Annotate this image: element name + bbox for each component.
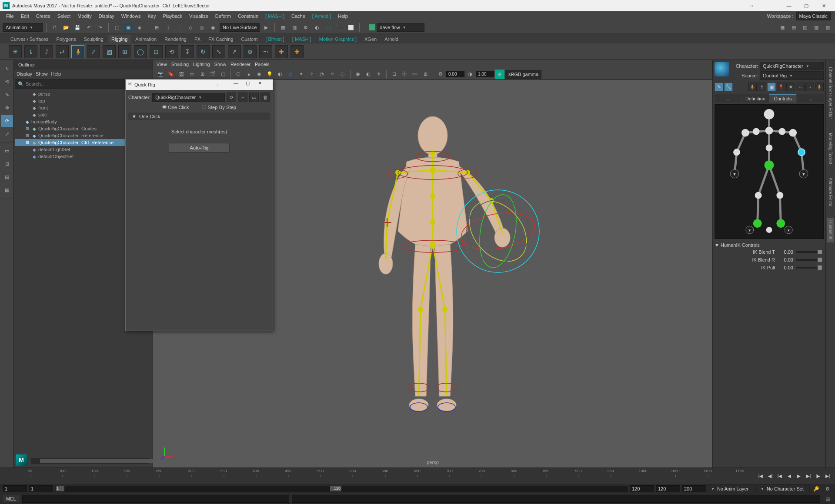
lasso-tool[interactable]: ⟲ [1,76,13,88]
panel-layout4-icon[interactable]: ▦ [1,184,13,196]
slider[interactable] [796,251,822,253]
hik-body-icon[interactable]: † [758,83,766,91]
vp-textured-icon[interactable]: ◉ [254,70,264,79]
shelf-wrap-icon[interactable]: ⟲ [165,45,178,58]
outliner-menu-show[interactable]: Show [36,71,48,76]
hypershade-icon[interactable]: ◐ [312,23,322,32]
vp-add-icon[interactable]: ➕ [400,70,409,79]
shelf-insert-icon[interactable]: ⤴ [40,45,53,58]
shelf-locator-icon[interactable]: ✚ [275,45,288,58]
range-handle-start[interactable]: 1 [56,486,64,491]
new-scene-icon[interactable]: 🗋 [50,23,60,32]
range-start-inner[interactable] [29,485,53,492]
shelf-tab[interactable]: [ Bifrost ] [262,35,287,43]
layout4-icon[interactable]: ▧ [812,23,821,32]
shelf-pconstraint-icon[interactable]: ↧ [181,45,194,58]
vp-colormgmt-icon[interactable]: ◉ [495,70,504,79]
hik-reach-icon[interactable]: ↔ [796,83,805,91]
shelf-tab[interactable]: Arnold [381,35,402,43]
shelf-tab[interactable]: Rigging [108,35,131,43]
layout5-icon[interactable]: ▨ [823,23,832,32]
layout3-icon[interactable]: ▥ [800,23,810,32]
paint-select-tool[interactable]: ✎ [1,89,13,101]
menu-visualize[interactable]: Visualize [186,13,212,20]
hik-fullbody-icon[interactable]: 🧍 [748,83,757,91]
shelf-tab[interactable]: Animation [132,35,160,43]
anim-layer-dropdown[interactable]: ▼ No Anim Layer [708,484,756,493]
vp-menu-show[interactable]: Show [214,62,227,67]
menu-constrain[interactable]: Constrain [234,13,262,20]
redo-icon[interactable]: ↷ [95,23,105,32]
minimize-button[interactable]: — [780,0,798,11]
tab-attribute[interactable]: Attribute Editor [827,175,834,209]
qr-stepbystep-radio[interactable]: Step-By-Step [202,105,236,110]
vp-menu-panels[interactable]: Panels [255,62,270,67]
select-tool[interactable]: ↖ [1,63,13,75]
shelf-tab[interactable]: [ MASH ] [289,35,315,43]
menu-windows[interactable]: Windows [118,13,144,20]
render-icon[interactable]: ▦ [278,23,288,32]
slider[interactable] [796,259,822,261]
vp-menu-shading[interactable]: Shading [171,62,189,67]
panel-layout3-icon[interactable]: ▤ [1,171,13,183]
qr-refresh-icon[interactable]: ⟳ [227,93,236,102]
move-tool[interactable]: ✥ [1,102,13,114]
outliner-hscroll[interactable] [31,458,149,464]
goto-start-icon[interactable]: |◀ [756,472,765,481]
shelf-tab[interactable]: XGen [361,35,380,43]
shelf-tab[interactable]: Custom [238,35,261,43]
vp-ao-icon[interactable]: ◔ [317,70,327,79]
toggle-panel-icon[interactable]: ⬚ [324,23,333,32]
shelf-quickrig-icon[interactable]: 🧍 [71,45,84,58]
qr-maximize[interactable]: ▢ [246,80,258,89]
shelf-lattice-icon[interactable]: ⊞ [118,45,131,58]
vp-xray-icon[interactable]: ✦ [296,70,306,79]
hik-fk-icon[interactable]: → [805,83,814,91]
menu-select[interactable]: Select [54,13,74,20]
tab-humanik[interactable]: Human IK [827,218,834,242]
hik-tab-more1[interactable]: ... [715,94,741,103]
vp-light-icon[interactable]: 💡 [265,70,274,79]
play-forward-icon[interactable]: ▶ [794,472,804,481]
hik-char-dropdown[interactable]: QuickRigCharacter▼ [760,62,824,70]
layout2-icon[interactable]: ▤ [789,23,798,32]
vp-gamma-icon[interactable]: ◑ [465,70,475,79]
shelf-skin-icon[interactable]: ▨ [103,45,116,58]
live-surface-dropdown[interactable]: No Live Surface [220,23,260,32]
shelf-tab[interactable]: Motion Graphics ] [316,35,360,43]
shelf-blend-icon[interactable]: ⊡ [150,45,163,58]
hik-pin-icon[interactable]: 📍 [777,83,785,91]
rotate-tool[interactable]: ⟳ [1,115,13,127]
shelf-pole-icon[interactable]: ⊕ [244,45,257,58]
slider-value[interactable]: 0.00 [778,249,793,255]
menu-help[interactable]: Help [334,13,351,20]
vp-grid-icon[interactable]: ⊞ [197,70,207,79]
vp-expose-icon[interactable]: ☀ [374,70,384,79]
undo-icon[interactable]: ↶ [84,23,94,32]
tab-channelbox[interactable]: Channel Box / Layer Editor [827,64,834,122]
shelf-tab[interactable]: Rendering [161,35,190,43]
vp-film-icon[interactable]: 🎬 [208,70,217,79]
menu-display[interactable]: Display [95,13,118,20]
hik-tab-definition[interactable]: Definition [742,94,769,103]
hik-tab-more2[interactable]: ... [797,94,824,103]
vp-menu-renderer[interactable]: Renderer [230,62,250,67]
slider-value[interactable]: 0.00 [778,257,793,262]
menu-deform[interactable]: Deform [212,13,234,20]
range-slider-track[interactable]: 1 120 [55,486,628,492]
range-end-max[interactable] [682,485,706,492]
vp-bookmark-icon[interactable]: 🔖 [166,70,176,79]
vp-iso-icon[interactable]: ⊡ [389,70,399,79]
menu-cache[interactable]: Cache [288,13,309,20]
menu-modify[interactable]: Modify [74,13,95,20]
vp-xrayj-icon[interactable]: ✧ [307,70,316,79]
shelf-tab[interactable]: FX Caching [205,35,237,43]
menu-edit[interactable]: Edit [17,13,33,20]
autokey-icon[interactable]: 🔑 [812,484,821,494]
shelf-joint-icon[interactable]: ✳ [9,45,22,58]
save-scene-icon[interactable]: 💾 [73,23,82,32]
snap-live-icon[interactable]: ◎ [197,23,207,32]
menu-key[interactable]: Key [144,13,159,20]
tab-modelingtk[interactable]: Modeling Toolkit [827,130,834,167]
vp-shaded-icon[interactable]: ● [244,70,254,79]
